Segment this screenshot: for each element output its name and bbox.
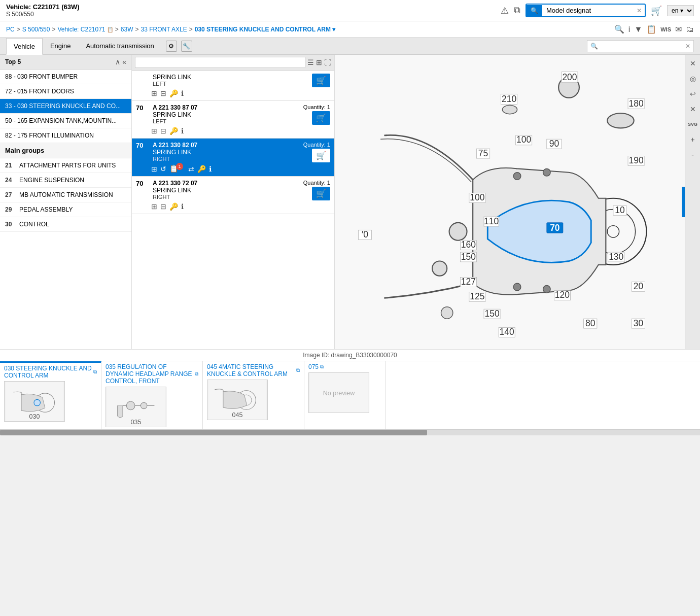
part-name-prev: SPRING LINK bbox=[153, 74, 308, 81]
grid-icon-0[interactable]: ⊞ bbox=[151, 127, 157, 135]
thumb-img-0: 030 bbox=[4, 381, 65, 422]
thumb-label-1[interactable]: 035 REGULATION OF DYNAMIC HEADLAMP RANGE… bbox=[106, 363, 198, 385]
tab-search-box: 🔍 ✕ bbox=[587, 40, 694, 52]
image-id-text: Image ID: drawing_B33030000070 bbox=[303, 352, 397, 359]
diagram-circle-button[interactable]: ◎ bbox=[686, 72, 699, 85]
cart-button-prev[interactable]: 🛒 bbox=[312, 74, 330, 87]
copy-button[interactable]: ⧉ bbox=[514, 5, 520, 16]
breadcrumb-vehicle[interactable]: Vehicle: C221071 📋 bbox=[57, 26, 113, 33]
info-icon-1[interactable]: ℹ bbox=[209, 165, 212, 173]
horizontal-scrollbar[interactable] bbox=[0, 429, 700, 435]
key-icon[interactable]: 🔑 bbox=[169, 89, 178, 97]
top5-item-1[interactable]: 72 - 015 FRONT DOORS bbox=[0, 84, 131, 99]
refresh-icon-1[interactable]: ↺ bbox=[160, 165, 166, 173]
grid-icon-2[interactable]: ⊞ bbox=[151, 202, 157, 211]
model-search-clear[interactable]: ✕ bbox=[634, 6, 645, 15]
clipboard-icon-1[interactable]: 📋1 bbox=[169, 164, 185, 173]
grid-icon[interactable]: ⊞ bbox=[151, 89, 157, 97]
key-icon-1[interactable]: 🔑 bbox=[197, 165, 206, 173]
part-name-1: SPRING LINK bbox=[153, 149, 299, 156]
cart-button-2[interactable]: 🛒 bbox=[312, 187, 330, 200]
main-group-27[interactable]: 27 MB AUTOMATIC TRANSMISSION bbox=[0, 188, 131, 202]
list-icon-2[interactable]: ⊟ bbox=[160, 202, 166, 211]
breadcrumb-pc[interactable]: PC bbox=[6, 26, 15, 33]
header-right: ⚠ ⧉ 🔍 ✕ 🛒 en ▾ de fr bbox=[501, 4, 694, 17]
tab-search-input[interactable] bbox=[601, 41, 682, 52]
diagram-svg-button[interactable]: SVG bbox=[686, 118, 699, 131]
scrollbar-thumb[interactable] bbox=[0, 430, 427, 435]
thumb-item-2[interactable]: 045 4MATIC STEERING KNUCKLE & CONTROL AR… bbox=[203, 361, 304, 429]
breadcrumb-63w[interactable]: 63W bbox=[121, 26, 133, 33]
top5-item-0[interactable]: 88 - 030 FRONT BUMPER bbox=[0, 70, 131, 84]
tab-engine[interactable]: Engine bbox=[43, 38, 78, 54]
diagram-content: 200 180 210 75 100 90 190 bbox=[335, 55, 685, 349]
svg-text:180: 180 bbox=[628, 98, 643, 109]
info-button[interactable]: i bbox=[628, 25, 631, 34]
thumb-label-2[interactable]: 045 4MATIC STEERING KNUCKLE & CONTROL AR… bbox=[207, 363, 300, 378]
mail-button[interactable]: ✉ bbox=[675, 24, 682, 34]
grid-icon-1[interactable]: ⊞ bbox=[151, 165, 157, 173]
cart-button[interactable]: 🛒 bbox=[651, 5, 662, 16]
cart-button-0[interactable]: 🛒 bbox=[312, 111, 330, 125]
key-icon-2[interactable]: 🔑 bbox=[169, 202, 178, 211]
tab-automatic-transmission[interactable]: Automatic transmission bbox=[78, 38, 161, 54]
top5-item-2[interactable]: 33 - 030 STEERING KNUCKLE AND CO... bbox=[0, 99, 131, 114]
diagram-x-button[interactable]: ✕ bbox=[686, 102, 699, 116]
thumbnails-bar: 030 STEERING KNUCKLE AND CONTROL ARM ⧉ 0… bbox=[0, 361, 700, 429]
filter-button[interactable]: ▼ bbox=[634, 25, 642, 34]
tab-search-clear[interactable]: ✕ bbox=[682, 42, 693, 51]
top5-item-3[interactable]: 50 - 165 EXPANSION TANK,MOUNTIN... bbox=[0, 114, 131, 128]
info-icon-2[interactable]: ℹ bbox=[181, 202, 184, 211]
main-group-30[interactable]: 30 CONTROL bbox=[0, 217, 131, 232]
list-icon[interactable]: ⊟ bbox=[160, 89, 166, 97]
thumb-item-1[interactable]: 035 REGULATION OF DYNAMIC HEADLAMP RANGE… bbox=[101, 361, 203, 429]
basket-button[interactable]: 🗂 bbox=[686, 25, 694, 34]
breadcrumb-s500[interactable]: S 500/550 bbox=[22, 26, 50, 33]
main-group-21[interactable]: 21 ATTACHMENT PARTS FOR UNITS bbox=[0, 158, 131, 173]
info-icon[interactable]: ℹ bbox=[181, 89, 184, 97]
model-search-input[interactable] bbox=[542, 5, 634, 16]
cart-button-1[interactable]: 🛒 bbox=[312, 149, 330, 162]
tab-icon-wrench[interactable]: 🔧 bbox=[181, 41, 192, 52]
wis-button[interactable]: WIS bbox=[660, 26, 671, 32]
diagram-zoom-in-button[interactable]: + bbox=[686, 133, 699, 146]
top5-controls: ∧ « bbox=[115, 58, 126, 66]
diagram-zoom-out-button[interactable]: - bbox=[686, 148, 699, 161]
main-group-29[interactable]: 29 PEDAL ASSEMBLY bbox=[0, 202, 131, 217]
top5-collapse-button[interactable]: ∧ bbox=[115, 58, 120, 66]
qty-label-1: Quantity: 1 bbox=[303, 142, 330, 148]
report-button[interactable]: 📋 bbox=[646, 24, 656, 34]
language-select[interactable]: en ▾ de fr bbox=[667, 5, 694, 16]
key-icon-0[interactable]: 🔑 bbox=[169, 127, 178, 135]
tabs-bar: Vehicle Engine Automatic transmission ⚙ … bbox=[0, 38, 700, 55]
svg-point-67 bbox=[141, 402, 147, 408]
thumb-label-0[interactable]: 030 STEERING KNUCKLE AND CONTROL ARM ⧉ bbox=[4, 365, 97, 379]
thumb-item-0[interactable]: 030 STEERING KNUCKLE AND CONTROL ARM ⧉ 0… bbox=[0, 361, 101, 429]
breadcrumb: PC > S 500/550 > Vehicle: C221071 📋 > 63… bbox=[0, 21, 700, 38]
thumb-label-3[interactable]: 075 ⧉ bbox=[308, 363, 381, 370]
part-number-2: A 221 330 72 07 bbox=[153, 180, 299, 187]
top5-item-4[interactable]: 82 - 175 FRONT ILLUMINATION bbox=[0, 128, 131, 143]
thumb-item-3[interactable]: 075 ⧉ No preview bbox=[304, 361, 386, 429]
thumb-img-2: 045 bbox=[207, 380, 268, 420]
diagram-close-button[interactable]: ✕ bbox=[686, 57, 699, 70]
transfer-icon-1[interactable]: ⇄ bbox=[188, 165, 194, 173]
main-group-24[interactable]: 24 ENGINE SUSPENSION bbox=[0, 173, 131, 188]
breadcrumb-frontaxle[interactable]: 33 FRONT AXLE bbox=[141, 26, 187, 33]
list-view-button[interactable]: ☰ bbox=[307, 58, 314, 66]
part-item-2: 70 A 221 330 72 07 SPRING LINK RIGHT Qua… bbox=[132, 177, 334, 214]
parts-search-input[interactable] bbox=[135, 57, 305, 68]
model-search-icon-button[interactable]: 🔍 bbox=[527, 5, 542, 16]
qty-label-2: Quantity: 1 bbox=[303, 180, 330, 186]
tab-icon-gear[interactable]: ⚙ bbox=[166, 41, 177, 52]
list-icon-0[interactable]: ⊟ bbox=[160, 127, 166, 135]
grid-view-button[interactable]: ⊞ bbox=[316, 58, 322, 66]
info-icon-0[interactable]: ℹ bbox=[181, 127, 184, 135]
expand-button[interactable]: ⛶ bbox=[324, 58, 331, 66]
zoom-in-button[interactable]: 🔍 bbox=[614, 24, 624, 34]
alert-button[interactable]: ⚠ bbox=[501, 5, 509, 16]
tab-vehicle[interactable]: Vehicle bbox=[6, 38, 43, 55]
diagram-svg: 200 180 210 75 100 90 190 bbox=[340, 60, 680, 344]
diagram-history-button[interactable]: ↩ bbox=[686, 87, 699, 100]
top5-expand-button[interactable]: « bbox=[122, 58, 126, 66]
